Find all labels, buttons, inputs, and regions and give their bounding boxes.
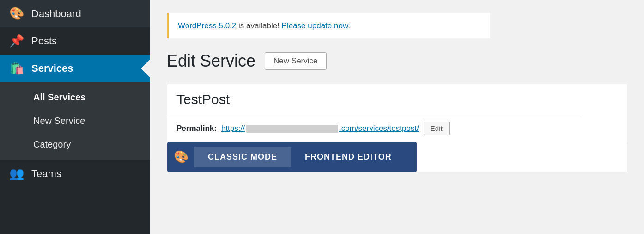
sidebar-item-all-services[interactable]: All Services [0,86,150,109]
page-header: Edit Service New Service [167,51,627,71]
sidebar-item-dashboard[interactable]: 🎨 Dashboard [0,0,150,27]
all-services-label: All Services [33,92,85,102]
sidebar-label-dashboard: Dashboard [31,8,81,20]
services-icon: 🛍️ [9,61,23,75]
new-service-button[interactable]: New Service [265,52,326,70]
classic-mode-tab[interactable]: CLASSIC MODE [194,147,291,167]
permalink-url-prefix: https:// .com/services/testpost/ [221,124,419,133]
content-box: Permalink: https:// .com/services/testpo… [167,84,627,172]
post-title-input[interactable] [167,84,583,115]
sidebar-item-teams[interactable]: 👥 Teams [0,160,150,187]
permalink-prefix[interactable]: https:// [221,124,245,133]
teams-icon: 👥 [9,166,23,181]
wordpress-version-link[interactable]: WordPress 5.0.2 [178,21,236,30]
sidebar-item-services[interactable]: 🛍️ Services [0,55,150,82]
editor-tabs: 🎨 CLASSIC MODE FRONTEND EDITOR [167,142,417,172]
permalink-redacted [246,125,338,133]
posts-icon: 📌 [9,34,23,48]
sidebar-submenu: All Services New Service Category [0,82,150,160]
permalink-row: Permalink: https:// .com/services/testpo… [167,115,627,142]
new-service-label: New Service [33,116,85,126]
sidebar-item-category[interactable]: Category [0,133,150,156]
permalink-label: Permalink: [176,124,217,133]
page-title: Edit Service [167,51,255,71]
sidebar-item-new-service[interactable]: New Service [0,109,150,133]
dashboard-icon: 🎨 [9,6,23,21]
editor-icon: 🎨 [174,150,188,164]
sidebar-item-posts[interactable]: 📌 Posts [0,27,150,55]
category-label: Category [33,139,71,149]
permalink-edit-button[interactable]: Edit [424,122,450,135]
notice-text-after: . [348,21,350,30]
notice-text-before: is available! [236,21,281,30]
sidebar-label-services: Services [31,62,73,74]
sidebar-label-posts: Posts [31,35,57,47]
main-content: WordPress 5.0.2 is available! Please upd… [150,0,644,234]
update-now-link[interactable]: Please update now [282,21,348,30]
frontend-editor-tab[interactable]: FRONTEND EDITOR [291,147,406,167]
sidebar-label-teams: Teams [31,168,61,180]
update-notice: WordPress 5.0.2 is available! Please upd… [167,13,490,38]
sidebar: 🎨 Dashboard 📌 Posts 🛍️ Services All Serv… [0,0,150,234]
permalink-suffix[interactable]: .com/services/testpost/ [339,124,419,133]
